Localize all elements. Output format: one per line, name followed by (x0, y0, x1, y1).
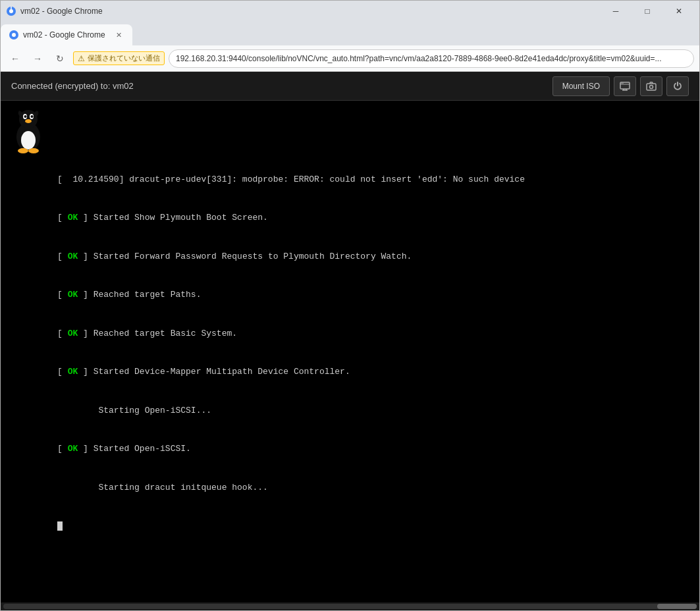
svg-point-14 (21, 131, 36, 149)
svg-point-18 (24, 115, 27, 118)
terminal-output: [ 10.214590] dracut-pre-udev[331]: modpr… (6, 160, 699, 602)
maximize-button[interactable]: □ (632, 1, 662, 22)
svg-rect-11 (647, 84, 656, 90)
title-bar: vm02 - Google Chrome ─ □ ✕ (1, 1, 699, 22)
svg-point-23 (18, 148, 28, 153)
security-text: 保護されていない通信 (88, 53, 160, 63)
active-tab[interactable]: vm02 - Google Chrome ✕ (1, 24, 132, 45)
ok-badge-2: OK (68, 252, 78, 261)
screenshot-button[interactable] (640, 76, 662, 96)
security-indicator[interactable]: ⚠ 保護されていない通信 (73, 51, 165, 65)
svg-point-1 (9, 9, 13, 13)
back-button[interactable]: ← (6, 49, 24, 68)
window-controls: ─ □ ✕ (601, 1, 694, 22)
terminal-line-7: [ OK ] Started Open-iSCSI. (6, 430, 699, 469)
terminal-line-2: [ OK ] Started Forward Password Requests… (6, 237, 699, 276)
terminal-line-5: [ OK ] Started Device-Mapper Multipath D… (6, 353, 699, 392)
close-button[interactable]: ✕ (664, 1, 694, 22)
browser-title: vm02 - Google Chrome (20, 7, 601, 16)
url-bar[interactable]: 192.168.20.31:9440/console/lib/noVNC/vnc… (169, 49, 694, 68)
url-text: 192.168.20.31:9440/console/lib/noVNC/vnc… (176, 54, 662, 63)
terminal-line-6: Starting Open-iSCSI... (6, 391, 699, 430)
svg-point-24 (28, 148, 39, 153)
tab-bar: vm02 - Google Chrome ✕ (1, 22, 699, 45)
minimize-button[interactable]: ─ (601, 1, 631, 22)
svg-point-10 (622, 82, 623, 83)
tab-favicon (9, 30, 19, 40)
terminal-cursor (57, 521, 63, 531)
ok-badge-6: OK (68, 444, 78, 454)
terminal-line-1: [ OK ] Started Show Plymouth Boot Screen… (6, 199, 699, 238)
terminal-line-3: [ OK ] Reached target Paths. (6, 276, 699, 315)
ok-badge-3: OK (68, 290, 78, 300)
tux-logo (9, 107, 48, 153)
ok-badge-1: OK (68, 213, 78, 223)
vnc-toolbar: Connected (encrypted) to: vm02 Mount ISO (1, 72, 699, 101)
scrollbar-thumb[interactable] (657, 604, 697, 609)
browser-icon (6, 6, 16, 16)
vnc-screen[interactable]: [ 10.214590] dracut-pre-udev[331]: modpr… (1, 101, 699, 602)
terminal-line-4: [ OK ] Reached target Basic System. (6, 314, 699, 353)
scrollbar-track[interactable] (3, 604, 697, 609)
svg-point-9 (621, 82, 622, 83)
mount-iso-button[interactable]: Mount ISO (552, 76, 610, 96)
vnc-connection-status: Connected (encrypted) to: vm02 (11, 81, 549, 91)
vnc-wrapper: Connected (encrypted) to: vm02 Mount ISO (1, 72, 699, 610)
scrollbar-area (1, 602, 699, 610)
power-button[interactable] (666, 76, 689, 96)
tab-close-button[interactable]: ✕ (113, 29, 124, 41)
display-button[interactable] (614, 76, 636, 96)
svg-point-20 (25, 119, 32, 123)
svg-point-3 (12, 33, 16, 37)
terminal-line-8: Starting dracut initqueue hook... (6, 468, 699, 507)
ok-badge-5: OK (68, 367, 78, 377)
svg-point-12 (650, 85, 653, 88)
reload-button[interactable]: ↻ (51, 49, 69, 68)
cursor-line (6, 507, 699, 546)
svg-point-19 (31, 115, 34, 118)
browser-frame: vm02 - Google Chrome ─ □ ✕ vm02 - Google… (0, 0, 700, 611)
ok-badge-4: OK (68, 329, 78, 338)
forward-button[interactable]: → (28, 49, 47, 68)
address-bar: ← → ↻ ⚠ 保護されていない通信 192.168.20.31:9440/co… (1, 45, 699, 72)
terminal-line-0: [ 10.214590] dracut-pre-udev[331]: modpr… (6, 160, 699, 199)
tab-label: vm02 - Google Chrome (23, 30, 109, 40)
warning-icon: ⚠ (78, 54, 85, 63)
